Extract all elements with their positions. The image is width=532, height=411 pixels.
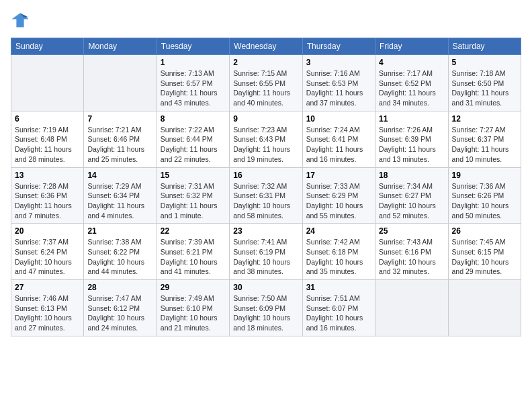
calendar-cell: 31Sunrise: 7:51 AM Sunset: 6:07 PM Dayli… xyxy=(302,280,375,336)
day-info: Sunrise: 7:45 AM Sunset: 6:15 PM Dayligh… xyxy=(452,237,517,277)
day-info: Sunrise: 7:42 AM Sunset: 6:18 PM Dayligh… xyxy=(306,237,371,277)
day-info: Sunrise: 7:17 AM Sunset: 6:52 PM Dayligh… xyxy=(379,68,444,108)
calendar-week-2: 6Sunrise: 7:19 AM Sunset: 6:48 PM Daylig… xyxy=(11,111,521,167)
calendar-cell: 26Sunrise: 7:45 AM Sunset: 6:15 PM Dayli… xyxy=(448,224,521,280)
day-number: 20 xyxy=(15,226,80,236)
day-info: Sunrise: 7:16 AM Sunset: 6:53 PM Dayligh… xyxy=(306,68,371,108)
day-number: 12 xyxy=(452,114,517,124)
calendar-cell: 2Sunrise: 7:15 AM Sunset: 6:55 PM Daylig… xyxy=(230,55,302,111)
day-info: Sunrise: 7:29 AM Sunset: 6:34 PM Dayligh… xyxy=(87,181,152,221)
calendar-cell: 7Sunrise: 7:21 AM Sunset: 6:46 PM Daylig… xyxy=(84,111,157,167)
calendar-cell: 6Sunrise: 7:19 AM Sunset: 6:48 PM Daylig… xyxy=(11,111,84,167)
day-info: Sunrise: 7:27 AM Sunset: 6:37 PM Dayligh… xyxy=(452,125,517,165)
calendar-cell: 9Sunrise: 7:23 AM Sunset: 6:43 PM Daylig… xyxy=(230,111,302,167)
day-number: 27 xyxy=(15,283,80,292)
day-info: Sunrise: 7:51 AM Sunset: 6:07 PM Dayligh… xyxy=(306,293,371,333)
day-number: 24 xyxy=(306,226,371,236)
calendar-cell xyxy=(84,55,157,111)
day-info: Sunrise: 7:47 AM Sunset: 6:12 PM Dayligh… xyxy=(87,293,152,333)
calendar-cell: 21Sunrise: 7:38 AM Sunset: 6:22 PM Dayli… xyxy=(84,224,157,280)
day-number: 2 xyxy=(233,58,298,67)
weekday-header-sunday: Sunday xyxy=(11,38,84,55)
calendar-body: 1Sunrise: 7:13 AM Sunset: 6:57 PM Daylig… xyxy=(11,55,521,336)
day-info: Sunrise: 7:49 AM Sunset: 6:10 PM Dayligh… xyxy=(161,293,226,333)
day-info: Sunrise: 7:46 AM Sunset: 6:13 PM Dayligh… xyxy=(15,293,80,333)
day-number: 15 xyxy=(161,171,226,180)
day-number: 3 xyxy=(306,58,371,67)
day-number: 18 xyxy=(379,171,444,180)
calendar-cell: 8Sunrise: 7:22 AM Sunset: 6:44 PM Daylig… xyxy=(157,111,229,167)
day-info: Sunrise: 7:15 AM Sunset: 6:55 PM Dayligh… xyxy=(233,68,298,108)
calendar-cell: 30Sunrise: 7:50 AM Sunset: 6:09 PM Dayli… xyxy=(230,280,302,336)
calendar-cell: 28Sunrise: 7:47 AM Sunset: 6:12 PM Dayli… xyxy=(84,280,157,336)
day-number: 26 xyxy=(452,226,517,236)
day-info: Sunrise: 7:13 AM Sunset: 6:57 PM Dayligh… xyxy=(161,68,226,108)
day-info: Sunrise: 7:34 AM Sunset: 6:27 PM Dayligh… xyxy=(379,181,444,221)
calendar-week-1: 1Sunrise: 7:13 AM Sunset: 6:57 PM Daylig… xyxy=(11,55,521,111)
calendar-cell: 16Sunrise: 7:32 AM Sunset: 6:31 PM Dayli… xyxy=(230,167,302,224)
day-info: Sunrise: 7:24 AM Sunset: 6:41 PM Dayligh… xyxy=(306,125,371,165)
weekday-header-wednesday: Wednesday xyxy=(230,38,302,55)
calendar-cell: 12Sunrise: 7:27 AM Sunset: 6:37 PM Dayli… xyxy=(448,111,521,167)
day-info: Sunrise: 7:28 AM Sunset: 6:36 PM Dayligh… xyxy=(15,181,80,221)
day-number: 7 xyxy=(87,114,152,124)
day-info: Sunrise: 7:19 AM Sunset: 6:48 PM Dayligh… xyxy=(15,125,80,165)
day-number: 25 xyxy=(379,226,444,236)
day-info: Sunrise: 7:22 AM Sunset: 6:44 PM Dayligh… xyxy=(161,125,226,165)
day-info: Sunrise: 7:37 AM Sunset: 6:24 PM Dayligh… xyxy=(15,237,80,277)
weekday-header-tuesday: Tuesday xyxy=(157,38,229,55)
day-info: Sunrise: 7:31 AM Sunset: 6:32 PM Dayligh… xyxy=(161,181,226,221)
day-info: Sunrise: 7:41 AM Sunset: 6:19 PM Dayligh… xyxy=(233,237,298,277)
calendar-header-row: SundayMondayTuesdayWednesdayThursdayFrid… xyxy=(11,38,521,55)
day-info: Sunrise: 7:21 AM Sunset: 6:46 PM Dayligh… xyxy=(87,125,152,165)
day-number: 16 xyxy=(233,171,298,180)
day-number: 29 xyxy=(161,283,226,292)
calendar-cell: 24Sunrise: 7:42 AM Sunset: 6:18 PM Dayli… xyxy=(302,224,375,280)
day-number: 22 xyxy=(161,226,226,236)
calendar-cell: 25Sunrise: 7:43 AM Sunset: 6:16 PM Dayli… xyxy=(375,224,448,280)
calendar-week-3: 13Sunrise: 7:28 AM Sunset: 6:36 PM Dayli… xyxy=(11,167,521,224)
page-header xyxy=(11,11,521,30)
day-number: 4 xyxy=(379,58,444,67)
day-number: 1 xyxy=(161,58,226,67)
calendar-week-4: 20Sunrise: 7:37 AM Sunset: 6:24 PM Dayli… xyxy=(11,224,521,280)
calendar-cell: 4Sunrise: 7:17 AM Sunset: 6:52 PM Daylig… xyxy=(375,55,448,111)
calendar-cell: 1Sunrise: 7:13 AM Sunset: 6:57 PM Daylig… xyxy=(157,55,229,111)
calendar-cell: 17Sunrise: 7:33 AM Sunset: 6:29 PM Dayli… xyxy=(302,167,375,224)
day-info: Sunrise: 7:33 AM Sunset: 6:29 PM Dayligh… xyxy=(306,181,371,221)
calendar-cell: 22Sunrise: 7:39 AM Sunset: 6:21 PM Dayli… xyxy=(157,224,229,280)
day-info: Sunrise: 7:32 AM Sunset: 6:31 PM Dayligh… xyxy=(233,181,298,221)
day-number: 17 xyxy=(306,171,371,180)
weekday-header-saturday: Saturday xyxy=(448,38,521,55)
calendar-cell: 19Sunrise: 7:36 AM Sunset: 6:26 PM Dayli… xyxy=(448,167,521,224)
day-number: 8 xyxy=(161,114,226,124)
day-number: 28 xyxy=(87,283,152,292)
day-number: 5 xyxy=(452,58,517,67)
calendar-cell xyxy=(11,55,84,111)
calendar-cell: 18Sunrise: 7:34 AM Sunset: 6:27 PM Dayli… xyxy=(375,167,448,224)
day-number: 30 xyxy=(233,283,298,292)
day-number: 19 xyxy=(452,171,517,180)
calendar-week-5: 27Sunrise: 7:46 AM Sunset: 6:13 PM Dayli… xyxy=(11,280,521,336)
calendar-cell: 27Sunrise: 7:46 AM Sunset: 6:13 PM Dayli… xyxy=(11,280,84,336)
weekday-header-monday: Monday xyxy=(84,38,157,55)
day-number: 31 xyxy=(306,283,371,292)
logo-icon xyxy=(11,11,30,30)
day-info: Sunrise: 7:36 AM Sunset: 6:26 PM Dayligh… xyxy=(452,181,517,221)
calendar-cell: 14Sunrise: 7:29 AM Sunset: 6:34 PM Dayli… xyxy=(84,167,157,224)
calendar-cell: 15Sunrise: 7:31 AM Sunset: 6:32 PM Dayli… xyxy=(157,167,229,224)
calendar-cell xyxy=(448,280,521,336)
calendar-cell: 23Sunrise: 7:41 AM Sunset: 6:19 PM Dayli… xyxy=(230,224,302,280)
day-number: 11 xyxy=(379,114,444,124)
calendar-cell: 3Sunrise: 7:16 AM Sunset: 6:53 PM Daylig… xyxy=(302,55,375,111)
calendar-cell: 11Sunrise: 7:26 AM Sunset: 6:39 PM Dayli… xyxy=(375,111,448,167)
day-number: 13 xyxy=(15,171,80,180)
day-number: 21 xyxy=(87,226,152,236)
calendar-table: SundayMondayTuesdayWednesdayThursdayFrid… xyxy=(11,38,521,336)
calendar-cell: 10Sunrise: 7:24 AM Sunset: 6:41 PM Dayli… xyxy=(302,111,375,167)
calendar-cell: 13Sunrise: 7:28 AM Sunset: 6:36 PM Dayli… xyxy=(11,167,84,224)
day-number: 9 xyxy=(233,114,298,124)
day-info: Sunrise: 7:23 AM Sunset: 6:43 PM Dayligh… xyxy=(233,125,298,165)
day-info: Sunrise: 7:38 AM Sunset: 6:22 PM Dayligh… xyxy=(87,237,152,277)
calendar-cell: 29Sunrise: 7:49 AM Sunset: 6:10 PM Dayli… xyxy=(157,280,229,336)
